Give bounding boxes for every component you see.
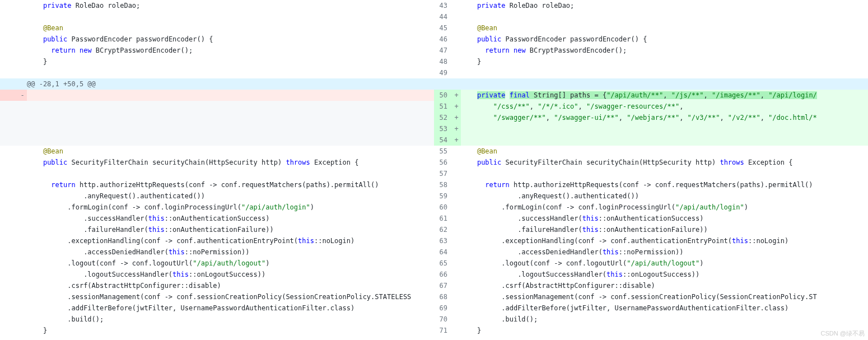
diff-line[interactable]: 65 .logout(conf -> conf.logoutUrl("/api/… [434,258,868,269]
diff-line[interactable]: 54+ [434,134,868,146]
line-number [0,45,18,56]
diff-line[interactable]: 47 return new BCryptPasswordEncoder(); [434,45,868,56]
diff-line[interactable]: 67 .csrf(AbstractHttpConfigurer::disable… [434,280,868,291]
diff-marker [18,101,27,112]
diff-line[interactable]: 59 .anyRequest().authenticated()) [434,190,868,202]
code-content: @Bean [27,146,434,157]
diff-line[interactable]: - [0,90,434,101]
diff-line[interactable]: private RoleDao roleDao; [0,0,434,11]
diff-line[interactable]: } [0,325,434,336]
line-number: 54 [434,134,452,146]
line-number: 55 [434,146,452,157]
diff-marker [452,235,461,246]
diff-line[interactable]: return new BCryptPasswordEncoder(); [0,45,434,56]
diff-marker: + [452,112,461,123]
diff-line[interactable]: .addFilterBefore(jwtFilter, UsernamePass… [0,302,434,314]
line-number: 61 [434,213,452,224]
diff-line[interactable]: 50+ private final String[] paths = {"/ap… [434,90,868,101]
code-content: return http.authorizeHttpRequests(conf -… [27,179,434,190]
diff-marker: - [18,90,27,101]
diff-line[interactable] [0,168,434,179]
line-number [0,202,18,213]
diff-line[interactable]: .csrf(AbstractHttpConfigurer::disable) [0,280,434,291]
line-number: 64 [434,246,452,258]
diff-line[interactable]: public PasswordEncoder passwordEncoder()… [0,34,434,45]
code-content: } [461,325,868,336]
diff-marker [452,34,461,45]
diff-line[interactable]: .sessionManagement(conf -> conf.sessionC… [0,291,434,302]
diff-line[interactable]: 61 .successHandler(this::onAuthenticatio… [434,213,868,224]
diff-marker [452,146,461,157]
diff-line[interactable]: .formLogin(conf -> conf.loginProcessingU… [0,202,434,213]
diff-line[interactable]: .logout(conf -> conf.logoutUrl("/api/aut… [0,258,434,269]
code-content [461,123,868,134]
diff-line[interactable] [0,67,434,78]
diff-marker [18,190,27,202]
diff-marker [452,213,461,224]
diff-line[interactable] [0,123,434,134]
diff-line[interactable]: 64 .accessDeniedHandler(this::noPermissi… [434,246,868,258]
diff-line[interactable]: public SecurityFilterChain securityChain… [0,157,434,168]
diff-line[interactable] [0,134,434,146]
line-number [0,213,18,224]
diff-marker [18,34,27,45]
diff-line[interactable] [434,78,868,90]
diff-line[interactable] [0,101,434,112]
diff-line[interactable]: @Bean [0,22,434,34]
line-number [0,291,18,302]
diff-line[interactable]: .failureHandler(this::onAuthenticationFa… [0,224,434,235]
diff-line[interactable]: 45 @Bean [434,22,868,34]
diff-left-side[interactable]: private RoleDao roleDao; @Bean public Pa… [0,0,434,340]
code-content [27,90,434,101]
diff-line[interactable]: .successHandler(this::onAuthenticationSu… [0,213,434,224]
diff-line[interactable]: .accessDeniedHandler(this::noPermission)… [0,246,434,258]
line-number: 67 [434,280,452,291]
line-number [0,235,18,246]
diff-line[interactable]: 57 [434,168,868,179]
diff-line[interactable]: 63 .exceptionHandling(conf -> conf.authe… [434,235,868,246]
code-content: .logout(conf -> conf.logoutUrl("/api/aut… [461,258,868,269]
diff-line[interactable]: 70 .build(); [434,314,868,325]
diff-line[interactable]: .anyRequest().authenticated()) [0,190,434,202]
code-content [27,123,434,134]
diff-line[interactable]: 51+ "/css/**", "/*/*.ico", "/swagger-res… [434,101,868,112]
line-number: 62 [434,224,452,235]
diff-marker [18,179,27,190]
diff-line[interactable]: 44 [434,11,868,22]
diff-line[interactable]: 43 private RoleDao roleDao; [434,0,868,11]
diff-line[interactable]: 60 .formLogin(conf -> conf.loginProcessi… [434,202,868,213]
diff-line[interactable]: @@ -28,1 +50,5 @@ [0,78,434,90]
diff-line[interactable]: .build(); [0,314,434,325]
diff-line[interactable] [0,11,434,22]
code-content: return new BCryptPasswordEncoder(); [461,45,868,56]
diff-line[interactable]: 52+ "/swagger/**", "/swagger-ui/**", "/w… [434,112,868,123]
line-number [0,168,18,179]
diff-line[interactable]: @Bean [0,146,434,157]
diff-line[interactable]: 58 return http.authorizeHttpRequests(con… [434,179,868,190]
diff-right-side[interactable]: 43 private RoleDao roleDao;4445 @Bean46 … [434,0,868,340]
diff-line[interactable]: 62 .failureHandler(this::onAuthenticatio… [434,224,868,235]
code-content: .exceptionHandling(conf -> conf.authenti… [461,235,868,246]
code-content: private RoleDao roleDao; [27,0,434,11]
diff-line[interactable]: 48 } [434,56,868,67]
diff-line[interactable]: return http.authorizeHttpRequests(conf -… [0,179,434,190]
diff-line[interactable]: 69 .addFilterBefore(jwtFilter, UsernameP… [434,302,868,314]
diff-line[interactable]: .exceptionHandling(conf -> conf.authenti… [0,235,434,246]
diff-line[interactable]: 56 public SecurityFilterChain securityCh… [434,157,868,168]
diff-line[interactable]: 68 .sessionManagement(conf -> conf.sessi… [434,291,868,302]
diff-line[interactable]: 55 @Bean [434,146,868,157]
diff-marker [18,258,27,269]
diff-marker [18,112,27,123]
diff-line[interactable]: 49 [434,67,868,78]
line-number [0,325,18,336]
diff-line[interactable]: .logoutSuccessHandler(this::onLogoutSucc… [0,269,434,280]
diff-line[interactable]: 66 .logoutSuccessHandler(this::onLogoutS… [434,269,868,280]
diff-line[interactable]: } [0,56,434,67]
code-content [461,67,868,78]
diff-line[interactable]: 71 } [434,325,868,336]
diff-line[interactable]: 53+ [434,123,868,134]
diff-line[interactable] [0,112,434,123]
line-number: 51 [434,101,452,112]
line-number: 68 [434,291,452,302]
diff-line[interactable]: 46 public PasswordEncoder passwordEncode… [434,34,868,45]
